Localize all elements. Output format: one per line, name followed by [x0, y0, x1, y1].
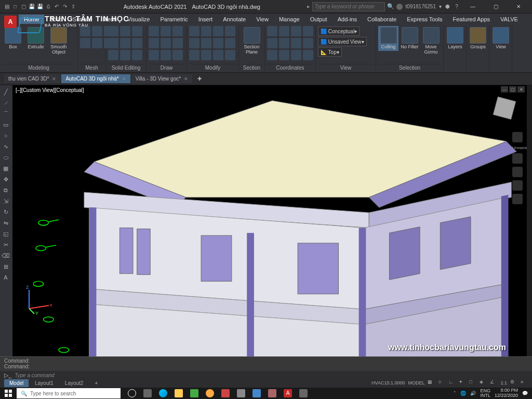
help-search[interactable] — [312, 2, 385, 11]
modify-tool-icon[interactable] — [225, 26, 235, 36]
solid-tool-icon[interactable] — [108, 50, 118, 60]
annotation-scale[interactable]: HVAC15:1.0000 — [371, 380, 405, 385]
layers-button[interactable]: Layers — [446, 26, 464, 51]
solid-tool-icon[interactable] — [120, 38, 130, 48]
modify-tool-icon[interactable] — [189, 26, 200, 36]
ucs-icon[interactable]: x Y Z — [23, 284, 54, 315]
panel-label[interactable]: Section — [241, 64, 262, 71]
coord-tool-icon[interactable] — [279, 50, 289, 60]
draw-tool-icon[interactable] — [172, 50, 183, 60]
tab-insert[interactable]: Insert — [193, 15, 218, 24]
doc-tab[interactable]: Villa - 3D View goc*✕ — [131, 74, 192, 83]
mesh-tool-icon[interactable] — [92, 26, 102, 36]
close-icon[interactable]: ✕ — [52, 76, 56, 82]
help-icon[interactable]: ? — [453, 3, 460, 10]
draw-tool-icon[interactable] — [172, 38, 183, 48]
tray-language[interactable]: ENGINTL — [480, 389, 490, 398]
cortana-icon[interactable] — [125, 388, 139, 399]
otrack-icon[interactable]: ∠ — [490, 379, 497, 387]
polyline-tool-icon[interactable]: ⟋ — [1, 98, 10, 108]
draw-tool-icon[interactable] — [161, 26, 171, 36]
modify-tool-icon[interactable] — [213, 50, 223, 60]
modify-tool-icon[interactable] — [201, 26, 211, 36]
add-layout-button[interactable]: + — [89, 379, 103, 387]
table-tool-icon[interactable]: ⊞ — [1, 262, 10, 271]
solid-tool-icon[interactable] — [108, 26, 118, 36]
trim-tool-icon[interactable]: ✂ — [1, 240, 10, 249]
new-tab-button[interactable]: ✚ — [193, 74, 206, 83]
coord-tool-icon[interactable] — [303, 26, 313, 36]
share-icon[interactable]: ⇪ — [70, 3, 77, 10]
mesh-tool-icon[interactable] — [92, 38, 102, 48]
rect-tool-icon[interactable]: ▭ — [1, 120, 10, 129]
gear-icon[interactable]: ⚙ — [510, 379, 517, 387]
solid-tool-icon[interactable] — [132, 26, 142, 36]
tab-express[interactable]: Express Tools — [402, 15, 447, 24]
modify-tool-icon[interactable] — [189, 50, 200, 60]
undo-icon[interactable]: ↶ — [53, 3, 60, 10]
app-icon[interactable] — [265, 388, 280, 399]
modify-tool-icon[interactable] — [213, 38, 223, 48]
tab-featured[interactable]: Featured Apps — [448, 15, 496, 24]
search-icon[interactable]: 🔍 — [387, 3, 394, 10]
stretch-tool-icon[interactable]: ⇲ — [1, 196, 10, 206]
panel-label[interactable]: Draw — [149, 64, 184, 71]
ortho-icon[interactable]: ∟ — [448, 379, 456, 387]
saved-view-combo[interactable]: 🟦 Unsaved View▾ — [318, 37, 367, 46]
redo-icon[interactable]: ↷ — [61, 3, 69, 10]
app-icon[interactable] — [296, 388, 311, 399]
doc-tab[interactable]: thu vien CAD 3D*✕ — [4, 74, 60, 83]
command-history[interactable]: Command: Command: — [0, 356, 532, 372]
tray-clock[interactable]: 8:00 PM12/22/2020 — [495, 388, 518, 398]
app-logo-icon[interactable]: A — [4, 16, 17, 28]
panel-label[interactable]: Coordinates — [267, 64, 313, 71]
erase-tool-icon[interactable]: ⌫ — [1, 251, 10, 260]
app-icon[interactable] — [234, 388, 248, 399]
draw-tool-icon[interactable] — [149, 38, 159, 48]
tab-view[interactable]: View — [251, 15, 274, 24]
app-icon[interactable] — [249, 388, 264, 399]
coord-tool-icon[interactable] — [267, 38, 277, 48]
copy-tool-icon[interactable]: ⧉ — [1, 185, 10, 195]
panel-label[interactable]: Mesh — [80, 64, 103, 71]
close-button[interactable]: ✕ — [508, 0, 529, 14]
3dosnap-icon[interactable]: ◈ — [480, 379, 487, 387]
start-button[interactable] — [0, 388, 17, 399]
search-caret-icon[interactable]: ▸ — [307, 3, 310, 10]
ellipse-tool-icon[interactable]: ⬭ — [1, 153, 10, 162]
steering-wheel-icon[interactable] — [512, 132, 523, 142]
layout-tab[interactable]: Layout2 — [60, 379, 89, 387]
cmd-arrow-icon[interactable]: ▷_ — [4, 372, 11, 379]
solid-tool-icon[interactable] — [132, 50, 142, 60]
arc-tool-icon[interactable]: ⌒ — [1, 109, 10, 118]
tray-notification-icon[interactable]: 💬 — [522, 391, 528, 396]
section-plane-button[interactable]: Section Plane — [241, 26, 262, 56]
groups-button[interactable]: Groups — [469, 26, 487, 51]
view-direction-combo[interactable]: 📐 Top▾ — [318, 47, 342, 57]
polar-icon[interactable]: ✦ — [459, 379, 466, 387]
coord-tool-icon[interactable] — [303, 50, 313, 60]
solid-tool-icon[interactable] — [120, 50, 130, 60]
coord-tool-icon[interactable] — [303, 38, 313, 48]
mirror-tool-icon[interactable]: ⇋ — [1, 218, 10, 228]
spline-tool-icon[interactable]: ∿ — [1, 142, 10, 151]
view-button[interactable]: View — [491, 26, 510, 51]
coord-tool-icon[interactable] — [291, 50, 301, 60]
new-icon[interactable]: □ — [11, 3, 19, 10]
autocad-icon[interactable]: A — [281, 388, 295, 399]
vp-minimize-icon[interactable]: — — [501, 86, 508, 92]
close-icon[interactable]: ✕ — [184, 76, 188, 82]
draw-tool-icon[interactable] — [161, 50, 171, 60]
viewport-label[interactable]: [–][Custom View][Conceptual] — [16, 87, 84, 93]
line-tool-icon[interactable]: ╱ — [1, 87, 10, 97]
hatch-tool-icon[interactable]: ▦ — [1, 164, 10, 173]
orbit-icon[interactable] — [512, 180, 523, 191]
tab-valve[interactable]: VALVE — [495, 15, 523, 24]
snap-icon[interactable]: ⊹ — [438, 379, 445, 387]
layout-tab[interactable]: Layout1 — [30, 379, 59, 387]
coord-tool-icon[interactable] — [291, 26, 301, 36]
coord-tool-icon[interactable] — [267, 50, 277, 60]
panel-label[interactable]: Solid Editing — [108, 64, 144, 71]
pan-icon[interactable] — [512, 153, 523, 164]
tray-chevron-icon[interactable]: ˄ — [454, 391, 456, 396]
